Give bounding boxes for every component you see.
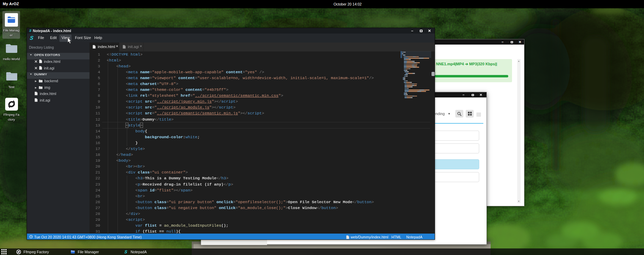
svg-text:S: S [29,35,34,41]
svg-text:S: S [124,249,128,254]
svg-text:S: S [29,29,32,32]
